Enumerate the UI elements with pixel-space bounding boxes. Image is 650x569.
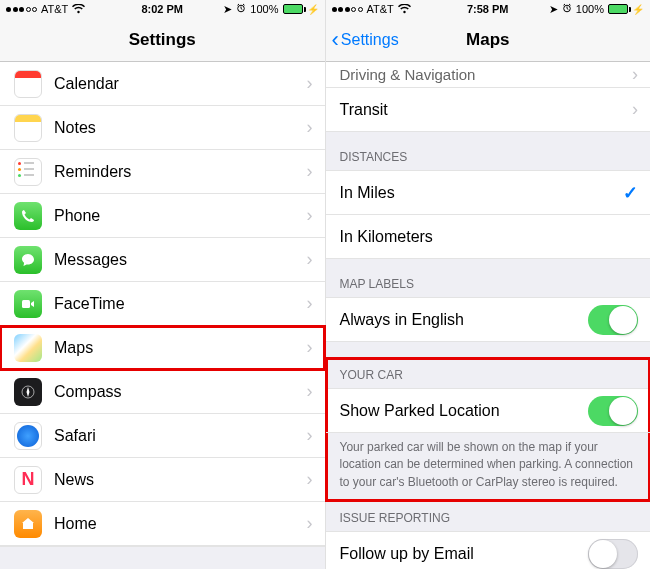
alarm-icon — [236, 3, 246, 15]
chevron-right-icon: › — [632, 99, 638, 120]
toggle-followup-email[interactable] — [588, 539, 638, 569]
compass-icon — [14, 378, 42, 406]
section-separator — [0, 546, 325, 569]
news-icon: N — [14, 466, 42, 494]
chevron-right-icon: › — [307, 513, 313, 534]
settings-row-news[interactable]: N News › — [0, 458, 325, 502]
chevron-right-icon: › — [307, 73, 313, 94]
wifi-icon — [398, 4, 411, 14]
reminders-icon — [14, 158, 42, 186]
section-header-map-labels: MAP LABELS — [326, 259, 651, 298]
location-icon: ➤ — [223, 3, 232, 16]
page-title: Settings — [129, 30, 196, 50]
row-in-miles[interactable]: In Miles ✓ — [326, 171, 651, 215]
home-icon — [14, 510, 42, 538]
wifi-icon — [72, 4, 85, 14]
chevron-right-icon: › — [307, 161, 313, 182]
section-header-your-car: YOUR CAR — [326, 358, 651, 389]
row-show-parked-location: Show Parked Location — [326, 389, 651, 433]
row-driving-navigation[interactable]: Driving & Navigation › — [326, 62, 651, 88]
calendar-icon — [14, 70, 42, 98]
signal-strength-icon — [6, 7, 37, 12]
chevron-left-icon: ‹ — [332, 29, 339, 51]
settings-root-pane: AT&T 8:02 PM ➤ 100% ⚡ Settings Calendar … — [0, 0, 326, 569]
status-bar: AT&T 8:02 PM ➤ 100% ⚡ — [0, 0, 325, 18]
nav-bar: Settings — [0, 18, 325, 62]
section-header-distances: DISTANCES — [326, 132, 651, 171]
toggle-always-english[interactable] — [588, 305, 638, 335]
row-followup-email: Follow up by Email — [326, 532, 651, 569]
signal-strength-icon — [332, 7, 363, 12]
row-in-kilometers[interactable]: In Kilometers — [326, 215, 651, 259]
chevron-right-icon: › — [307, 117, 313, 138]
settings-row-compass[interactable]: Compass › — [0, 370, 325, 414]
settings-row-maps[interactable]: Maps › — [0, 326, 325, 370]
chevron-right-icon: › — [307, 337, 313, 358]
chevron-right-icon: › — [307, 293, 313, 314]
alarm-icon — [562, 3, 572, 15]
battery-percent: 100% — [576, 3, 604, 15]
battery-percent: 100% — [250, 3, 278, 15]
row-transit[interactable]: Transit › — [326, 88, 651, 132]
page-title: Maps — [466, 30, 509, 50]
your-car-section-highlight: YOUR CAR Show Parked Location Your parke… — [326, 358, 651, 501]
settings-row-reminders[interactable]: Reminders › — [0, 150, 325, 194]
chevron-right-icon: › — [307, 249, 313, 270]
checkmark-icon: ✓ — [623, 182, 638, 204]
back-button[interactable]: ‹ Settings — [332, 29, 399, 51]
facetime-icon — [14, 290, 42, 318]
phone-icon — [14, 202, 42, 230]
messages-icon — [14, 246, 42, 274]
battery-icon: ⚡ — [608, 4, 644, 15]
settings-row-phone[interactable]: Phone › — [0, 194, 325, 238]
battery-icon: ⚡ — [283, 4, 319, 15]
chevron-right-icon: › — [307, 425, 313, 446]
carrier-label: AT&T — [367, 3, 394, 15]
maps-icon — [14, 334, 42, 362]
settings-row-notes[interactable]: Notes › — [0, 106, 325, 150]
your-car-footer: Your parked car will be shown on the map… — [326, 433, 651, 501]
status-bar: AT&T 7:58 PM ➤ 100% ⚡ — [326, 0, 651, 18]
location-icon: ➤ — [549, 3, 558, 16]
chevron-right-icon: › — [307, 469, 313, 490]
chevron-right-icon: › — [307, 381, 313, 402]
carrier-label: AT&T — [41, 3, 68, 15]
settings-row-calendar[interactable]: Calendar › — [0, 62, 325, 106]
maps-settings-pane: AT&T 7:58 PM ➤ 100% ⚡ ‹ Settings Maps — [326, 0, 651, 569]
svg-rect-1 — [22, 300, 30, 308]
chevron-right-icon: › — [632, 64, 638, 85]
maps-settings-list[interactable]: Driving & Navigation › Transit › DISTANC… — [326, 62, 651, 569]
nav-bar: ‹ Settings Maps — [326, 18, 651, 62]
section-header-issue-reporting: ISSUE REPORTING — [326, 501, 651, 532]
row-always-english: Always in English — [326, 298, 651, 342]
settings-row-messages[interactable]: Messages › — [0, 238, 325, 282]
toggle-show-parked-location[interactable] — [588, 396, 638, 426]
settings-row-safari[interactable]: Safari › — [0, 414, 325, 458]
settings-row-facetime[interactable]: FaceTime › — [0, 282, 325, 326]
chevron-right-icon: › — [307, 205, 313, 226]
safari-icon — [14, 422, 42, 450]
notes-icon — [14, 114, 42, 142]
settings-row-home[interactable]: Home › — [0, 502, 325, 546]
